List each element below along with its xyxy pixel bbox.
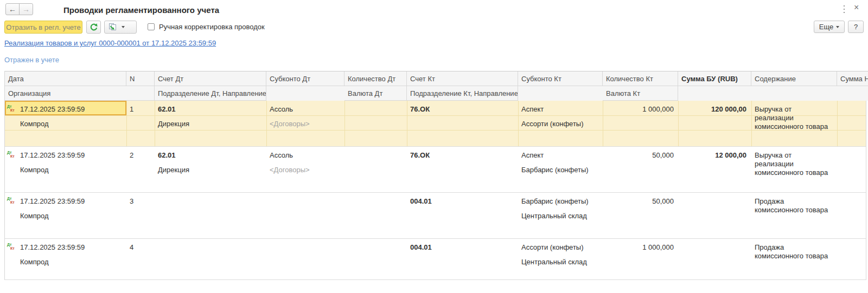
cell-subconto-kt2: Ассорти (конфеты) [521,120,584,128]
header-quantity-kt: Количество Кт [603,71,678,86]
header-content: Содержание [751,71,837,86]
cell-organization: Компрод [20,212,49,220]
header-amount-bu: Сумма БУ (RUB) [678,71,751,86]
header-subdivision-kt: Подразделение Кт, Направление Кт [407,86,518,101]
cell-account-dt: 62.01 [158,151,176,159]
cell-subconto-kt: Ассорти (конфеты) [521,243,584,251]
refresh-icon [90,23,98,31]
postings-report-icon [108,23,117,31]
header-account-dt: Счет Дт [155,71,266,86]
cell-subconto-dt: Ассоль [270,105,293,113]
cell-amount-bu: 12 000,00 [681,151,746,159]
cell-subconto-dt2: <Договоры> [270,120,310,128]
header-subconto-dt: Субконто Дт [266,71,344,86]
header-date: Дата [5,71,126,86]
back-arrow-icon: ← [9,5,16,14]
cell-date[interactable]: 17.12.2025 23:59:59 [20,243,85,251]
cell-content: Продажа комиссионного товара [755,197,836,214]
header-quantity-dt: Количество Дт [344,71,407,86]
cell-organization: Компрод [20,258,49,266]
cell-subconto-kt2: Барбарис (конфеты) [521,166,589,174]
cell-account-dt: 62.01 [158,105,176,113]
cell-amount-bu: 120 000,00 [681,105,746,113]
cell-subconto-kt: Аспект [521,151,544,159]
page-title: Проводки регламентированного учета [63,5,219,15]
cell-quantity-kt: 1 000,000 [606,243,674,251]
cell-organization: Компрод [20,120,49,128]
row-inner-gridline [5,115,866,116]
cell-organization: Компрод [20,166,49,174]
header-organization: Организация [5,86,155,101]
header-currency-kt: Валюта Кт [603,86,678,101]
header-amount-n: Сумма Н [837,71,868,86]
cell-number: 3 [130,197,133,205]
dt-kt-posting-icon: ДтКт [7,243,18,251]
close-icon[interactable]: × [854,3,859,12]
nav-history-group: ← → [5,3,33,15]
cell-subconto-kt2: Центральный склад [521,212,587,220]
back-button[interactable]: ← [5,3,20,15]
cell-subdivision-dt: Дирекция [158,166,189,174]
refresh-button[interactable] [86,21,101,34]
cell-content: Выручка от реализации комиссионного това… [755,151,836,177]
dt-kt-posting-icon: ДтКт [7,197,18,205]
kebab-menu-icon[interactable] [841,5,847,13]
table-row[interactable]: ДтКт 17.12.2025 23:59:59 Компрод 1 62.01… [5,101,866,147]
cell-subconto-kt2: Центральный склад [521,258,587,266]
cell-account-kt: 76.ОК [410,105,430,113]
cell-number: 4 [130,243,133,251]
cell-number: 2 [130,151,133,159]
cell-quantity-kt: 1 000,000 [606,105,674,113]
forward-arrow-icon: → [22,5,30,14]
table-row[interactable]: ДтКт 17.12.2025 23:59:59 Компрод 4 004.0… [5,239,866,280]
cell-number: 1 [130,105,133,113]
cell-quantity-kt: 50,000 [606,197,674,205]
cell-content: Продажа комиссионного товара [755,243,836,261]
chevron-down-icon [836,26,839,28]
manual-adjustment-checkbox[interactable] [148,23,155,30]
header-subdivision-dt: Подразделение Дт, Направление Дт [155,86,266,101]
help-button[interactable]: ? [848,21,864,33]
header-subconto-kt: Субконто Кт [518,71,603,86]
cell-account-kt: 004.01 [410,197,432,205]
cell-date[interactable]: 17.12.2025 23:59:59 [20,151,85,159]
help-button-label: ? [854,23,858,31]
more-button-label: Еще [819,23,833,31]
reflect-button-label: Отразить в регл. учете [6,23,80,31]
dt-kt-posting-icon: ДтКт [7,105,18,113]
row-inner-gridline [5,130,866,131]
cell-quantity-kt: 50,000 [606,151,674,159]
forward-button[interactable]: → [19,3,33,15]
header-currency-dt: Валюта Дт [344,86,407,101]
table-header: Дата N Счет Дт Субконто Дт Количество Дт… [5,71,868,101]
cell-content: Выручка от реализации комиссионного това… [755,105,836,131]
cell-subconto-kt: Аспект [521,105,544,113]
document-link[interactable]: Реализация товаров и услуг 0000-000001 о… [4,39,216,47]
cell-date[interactable]: 17.12.2025 23:59:59 [20,105,85,113]
table-body: ДтКт 17.12.2025 23:59:59 Компрод 1 62.01… [5,101,866,280]
postings-table: Дата N Счет Дт Субконто Дт Количество Дт… [4,71,868,280]
cell-subdivision-dt: Дирекция [158,120,189,128]
status-text: Отражен в учете [4,56,59,64]
cell-account-kt: 004.01 [410,243,432,251]
more-button[interactable]: Еще [814,21,845,33]
reflect-in-accounting-button[interactable]: Отразить в регл. учете [4,21,82,34]
cell-subconto-kt: Барбарис (конфеты) [521,197,589,205]
cell-account-kt: 76.ОК [410,151,430,159]
manual-adjustment-label: Ручная корректировка проводок [159,23,265,31]
dt-kt-posting-icon: ДтКт [7,151,18,159]
header-n: N [126,71,155,86]
table-row[interactable]: ДтКт 17.12.2025 23:59:59 Компрод 2 62.01… [5,147,866,193]
cell-subconto-dt2: <Договоры> [270,166,310,174]
cell-date[interactable]: 17.12.2025 23:59:59 [20,197,85,205]
cell-subconto-dt: Ассоль [270,151,293,159]
chevron-down-icon [122,26,125,28]
postings-report-dropdown-button[interactable] [104,21,137,34]
header-account-kt: Счет Кт [407,71,518,86]
table-row[interactable]: ДтКт 17.12.2025 23:59:59 Компрод 3 004.0… [5,193,866,239]
